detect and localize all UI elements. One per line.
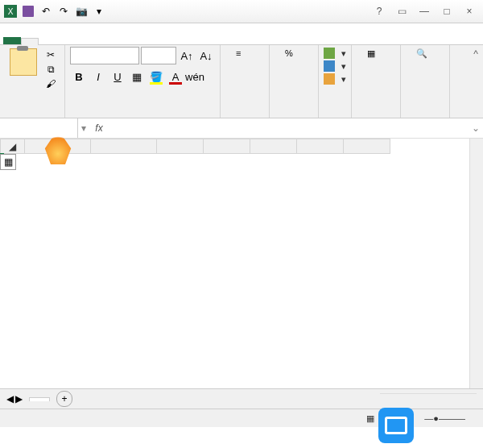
decrease-font-icon[interactable]: A↓ (197, 47, 215, 64)
copy-icon[interactable]: ⧉ (43, 63, 58, 76)
tab-review[interactable] (109, 37, 127, 44)
status-bar: ▦ ▤ ▭ —●——— (0, 409, 483, 427)
fill-color-button[interactable]: 🪣 (147, 68, 165, 85)
view-normal-icon[interactable]: ▦ (366, 413, 374, 424)
undo-icon[interactable]: ↶ (39, 4, 53, 19)
table-format-button[interactable]: ▾ (324, 60, 346, 73)
increase-font-icon[interactable]: A↑ (178, 47, 196, 64)
cell-style-button[interactable]: ▾ (324, 73, 346, 85)
ribbon-tabs (0, 23, 483, 45)
col-header-E[interactable] (250, 139, 297, 154)
border-button[interactable]: ▦ (128, 68, 146, 85)
col-header-F[interactable] (297, 139, 344, 154)
maximize-button[interactable]: □ (436, 3, 457, 19)
format-painter-icon[interactable]: 🖌 (43, 77, 58, 90)
svg-rect-5 (324, 73, 335, 85)
collapse-ribbon-icon[interactable]: ^ (473, 48, 478, 60)
view-layout-icon[interactable]: ▤ (386, 413, 394, 424)
redo-icon[interactable]: ↷ (56, 4, 71, 19)
group-styles: ▾ ▾ ▾ (319, 45, 352, 118)
edit-button[interactable]: 🔍 (406, 47, 444, 69)
group-edit: 🔍 (401, 45, 450, 118)
col-header-A[interactable] (25, 139, 91, 154)
font-name-select[interactable] (70, 47, 139, 64)
conditional-format-button[interactable]: ▾ (324, 47, 346, 60)
phonetic-button[interactable]: wén (186, 68, 204, 85)
select-all-corner[interactable]: ◢ (1, 139, 25, 154)
tab-home[interactable] (21, 38, 39, 45)
italic-button[interactable]: I (89, 68, 107, 85)
expand-formula-icon[interactable]: ⌄ (469, 122, 483, 134)
quick-access-toolbar: X ↶ ↷ 📷 ▾ (3, 4, 106, 19)
help-icon[interactable]: ? (369, 3, 390, 19)
ribbon: ^ ✂ ⧉ 🖌 A↑ A↓ B I U (0, 45, 483, 118)
tab-file[interactable] (3, 37, 21, 44)
cells-button[interactable]: ▦ (357, 47, 395, 69)
group-cells: ▦ (352, 45, 401, 118)
font-color-button[interactable]: A (167, 68, 184, 85)
vertical-scrollbar[interactable] (469, 139, 483, 388)
name-box[interactable] (0, 118, 78, 138)
cut-icon[interactable]: ✂ (43, 48, 58, 61)
paste-button[interactable] (5, 47, 42, 92)
tab-insert[interactable] (39, 37, 56, 44)
excel-icon[interactable]: X (3, 4, 18, 19)
save-icon[interactable] (21, 4, 35, 19)
worksheet-grid[interactable]: ◢ ▦ (0, 139, 483, 388)
add-sheet-button[interactable]: + (56, 391, 72, 407)
namebox-dropdown-icon[interactable]: ▾ (78, 122, 89, 134)
svg-rect-2 (23, 6, 34, 17)
horizontal-scrollbar[interactable] (380, 393, 477, 405)
fx-icon[interactable]: fx (89, 122, 109, 134)
tab-view[interactable] (127, 37, 145, 44)
formula-bar: ▾ fx ⌄ (0, 118, 483, 139)
zoom-slider[interactable]: —●——— (424, 413, 465, 423)
sheet-tab[interactable] (29, 397, 50, 401)
sheet-tab-bar: ◀ ▶ + (0, 388, 483, 409)
title-bar: X ↶ ↷ 📷 ▾ ? ▭ — □ × (0, 0, 483, 23)
bold-button[interactable]: B (70, 68, 88, 85)
align-button[interactable]: ≡ (225, 47, 264, 69)
svg-rect-3 (324, 48, 335, 59)
svg-rect-4 (324, 60, 335, 72)
col-header-G[interactable] (344, 139, 390, 154)
ribbon-options-icon[interactable]: ▭ (391, 3, 412, 19)
minimize-button[interactable]: — (414, 3, 435, 19)
group-font: A↑ A↓ B I U ▦ 🪣 A wén (65, 45, 221, 118)
sheet-nav-next-icon[interactable]: ▶ (15, 393, 23, 404)
close-button[interactable]: × (459, 3, 480, 19)
qat-dropdown-icon[interactable]: ▾ (92, 4, 106, 19)
font-size-select[interactable] (141, 47, 176, 64)
svg-text:X: X (8, 7, 14, 16)
col-header-D[interactable] (204, 139, 250, 154)
underline-button[interactable]: U (109, 68, 126, 85)
camera-icon[interactable]: 📷 (74, 4, 89, 19)
sheet-nav-prev-icon[interactable]: ◀ (6, 393, 14, 404)
tab-data[interactable] (92, 37, 109, 44)
group-align: ≡ (221, 45, 270, 118)
tab-layout[interactable] (56, 37, 74, 44)
paste-icon (10, 48, 37, 76)
col-header-C[interactable] (157, 139, 204, 154)
tab-addin[interactable] (145, 37, 163, 44)
view-break-icon[interactable]: ▭ (405, 413, 413, 424)
group-number: % (270, 45, 319, 118)
tab-formula[interactable] (74, 37, 92, 44)
col-header-B[interactable] (91, 139, 157, 154)
tab-login[interactable] (163, 37, 180, 44)
autofill-options-icon[interactable]: ▦ (0, 154, 16, 170)
group-clipboard: ✂ ⧉ 🖌 (0, 45, 65, 118)
number-button[interactable]: % (275, 47, 313, 69)
